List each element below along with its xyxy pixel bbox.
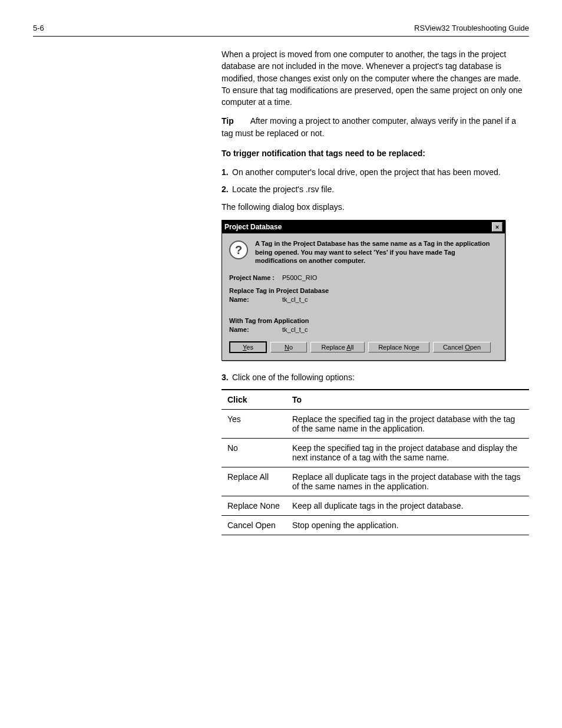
table-row: Yes Replace the specified tag in the pro… <box>222 410 529 439</box>
rn-pre: Replace No <box>378 344 412 351</box>
yes-button[interactable]: Yes <box>229 341 267 353</box>
trigger-heading: To trigger notification that tags need t… <box>222 147 529 159</box>
intro-paragraph: When a project is moved from one compute… <box>222 48 529 108</box>
cell-click: Cancel Open <box>222 516 286 535</box>
step-number: 3. <box>222 371 232 383</box>
dialog-titlebar: Project Database × <box>222 220 505 233</box>
with-block: With Tag from Application Name: tk_cl_t_… <box>229 317 498 333</box>
page-number: 5-6 <box>33 24 44 32</box>
step-text: On another computer's local drive, open … <box>232 166 529 178</box>
dialog-title: Project Database <box>224 223 282 231</box>
co-post: pen <box>470 344 481 351</box>
cell-to: Keep the specified tag in the project da… <box>286 439 529 467</box>
name-label-1: Name: <box>229 296 282 303</box>
options-table: Click To Yes Replace the specified tag i… <box>222 389 529 535</box>
cell-click: No <box>222 439 286 467</box>
table-header-row: Click To <box>222 390 529 410</box>
table-row: No Keep the specified tag in the project… <box>222 439 529 467</box>
chapter-title: RSView32 Troubleshooting Guide <box>414 24 529 32</box>
tag-name-2: tk_cl_t_c <box>282 326 308 333</box>
step-2: 2. Locate the project's .rsv file. <box>222 183 529 195</box>
co-pre: Cancel <box>443 344 465 351</box>
dialog-body: ? A Tag in the Project Database has the … <box>222 233 505 360</box>
step-number: 1. <box>222 166 232 178</box>
no-button[interactable]: No <box>270 342 307 353</box>
project-name-block: Project Name : P500C_RIO <box>229 274 498 281</box>
no-button-rest: o <box>289 344 293 351</box>
project-name-label: Project Name : <box>229 274 282 281</box>
question-icon: ? <box>229 241 248 259</box>
dialog-message: A Tag in the Project Database has the sa… <box>255 239 498 265</box>
cell-to: Keep all duplicate tags in the project d… <box>286 496 529 516</box>
tip-text: After moving a project to another comput… <box>222 116 516 137</box>
tip-block: Tip After moving a project to another co… <box>222 115 529 139</box>
dialog-message-row: ? A Tag in the Project Database has the … <box>229 239 498 265</box>
steps-list: 1. On another computer's local drive, op… <box>222 166 529 195</box>
project-name-value: P500C_RIO <box>282 274 317 281</box>
cell-to: Stop opening the application. <box>286 516 529 535</box>
table-row: Replace None Keep all duplicate tags in … <box>222 496 529 516</box>
steps-list-cont: 3. Click one of the following options: <box>222 371 529 383</box>
tag-name-1: tk_cl_t_c <box>282 296 308 303</box>
cell-click: Replace All <box>222 467 286 496</box>
step-1: 1. On another computer's local drive, op… <box>222 166 529 178</box>
step-text: Click one of the following options: <box>232 371 529 383</box>
replace-none-button[interactable]: Replace None <box>368 342 429 353</box>
page-header: 5-6 RSView32 Troubleshooting Guide <box>33 24 529 37</box>
cell-to: Replace all duplicate tags in the projec… <box>286 467 529 496</box>
dialog-wrapper: Project Database × ? A Tag in the Projec… <box>222 220 529 361</box>
step-3: 3. Click one of the following options: <box>222 371 529 383</box>
close-icon[interactable]: × <box>492 222 503 232</box>
cell-click: Yes <box>222 410 286 439</box>
step-text: Locate the project's .rsv file. <box>232 183 529 195</box>
replace-block: Replace Tag in Project Database Name: tk… <box>229 287 498 303</box>
dialog-button-row: Yes No Replace All Replace None Cancel O… <box>229 341 498 353</box>
replace-all-button[interactable]: Replace All <box>310 342 365 353</box>
rn-post: e <box>416 344 419 351</box>
cancel-open-button[interactable]: Cancel Open <box>433 342 491 353</box>
page: 5-6 RSView32 Troubleshooting Guide When … <box>0 0 562 571</box>
cell-to: Replace the specified tag in the project… <box>286 410 529 439</box>
table-row: Cancel Open Stop opening the application… <box>222 516 529 535</box>
cell-click: Replace None <box>222 496 286 516</box>
tip-label: Tip <box>222 116 234 126</box>
dialog-intro: The following dialog box displays. <box>222 201 529 213</box>
th-click: Click <box>222 390 286 410</box>
dialog-box: Project Database × ? A Tag in the Projec… <box>222 220 505 361</box>
ra-post: ll <box>351 344 354 351</box>
yes-button-rest: es <box>246 344 253 351</box>
with-heading: With Tag from Application <box>229 317 498 324</box>
replace-heading: Replace Tag in Project Database <box>229 287 498 294</box>
th-to: To <box>286 390 529 410</box>
step-number: 2. <box>222 183 232 195</box>
name-label-2: Name: <box>229 326 282 333</box>
table-row: Replace All Replace all duplicate tags i… <box>222 467 529 496</box>
spacer <box>229 309 498 317</box>
ra-pre: Replace <box>321 344 346 351</box>
